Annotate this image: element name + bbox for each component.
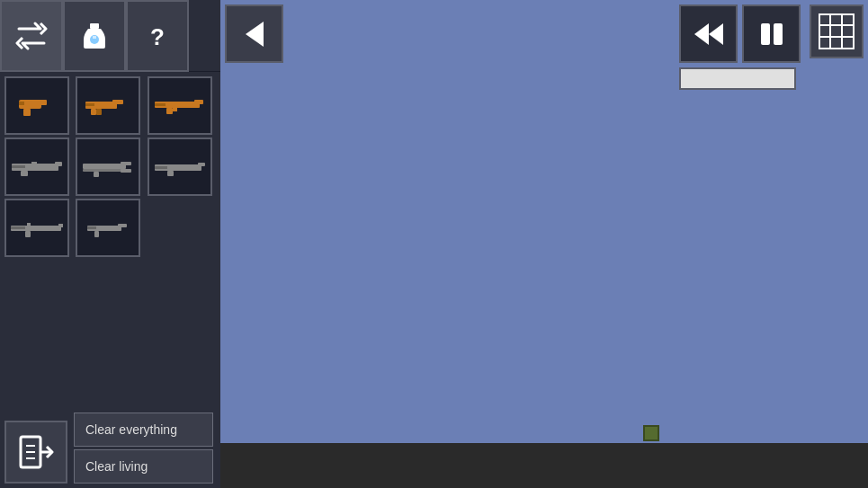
svg-rect-29 bbox=[198, 163, 205, 166]
clear-living-button[interactable]: Clear living bbox=[74, 449, 213, 484]
exit-button[interactable] bbox=[4, 421, 67, 484]
svg-rect-38 bbox=[118, 224, 127, 227]
svg-marker-46 bbox=[246, 22, 264, 47]
swap-button[interactable] bbox=[0, 0, 63, 72]
assault-rifle-icon bbox=[153, 93, 207, 119]
speed-bar-fill bbox=[681, 69, 794, 88]
svg-rect-6 bbox=[23, 109, 31, 116]
smg-icon bbox=[84, 93, 133, 120]
svg-rect-14 bbox=[194, 100, 203, 104]
top-controls-row bbox=[679, 4, 801, 90]
weapon-grid bbox=[0, 72, 220, 416]
svg-rect-0 bbox=[90, 23, 99, 29]
weapon-slot-assault-rifle[interactable] bbox=[148, 76, 212, 135]
help-icon: ? bbox=[141, 20, 174, 52]
svg-rect-24 bbox=[83, 169, 126, 172]
playback-area bbox=[225, 4, 283, 63]
svg-rect-11 bbox=[96, 109, 102, 115]
top-toolbar: ? bbox=[0, 0, 220, 72]
weapon-slot-pistol[interactable] bbox=[4, 76, 69, 135]
svg-rect-39 bbox=[94, 231, 99, 237]
bottle-button[interactable] bbox=[63, 0, 126, 72]
pause-button[interactable] bbox=[742, 4, 801, 63]
weapon-slot-smg2[interactable] bbox=[76, 199, 140, 257]
svg-rect-27 bbox=[94, 172, 99, 177]
ground bbox=[220, 443, 868, 488]
exit-icon bbox=[17, 433, 55, 471]
help-button[interactable]: ? bbox=[126, 0, 189, 72]
svg-rect-15 bbox=[166, 108, 173, 114]
svg-rect-50 bbox=[774, 23, 783, 45]
svg-rect-49 bbox=[761, 23, 770, 45]
svg-rect-17 bbox=[173, 108, 177, 111]
back-icon bbox=[238, 18, 271, 50]
shotgun-icon bbox=[81, 155, 135, 180]
grid-icon bbox=[819, 13, 855, 49]
sidebar: ? bbox=[0, 0, 220, 488]
svg-rect-26 bbox=[121, 169, 131, 173]
clear-menu: Clear everything Clear living bbox=[74, 413, 213, 484]
svg-rect-40 bbox=[87, 226, 96, 229]
svg-rect-21 bbox=[12, 165, 25, 168]
rewind-icon bbox=[691, 16, 727, 52]
svg-marker-48 bbox=[709, 23, 723, 45]
bottle-icon bbox=[78, 20, 111, 52]
sniper-icon bbox=[9, 216, 65, 241]
weapon-slot-smg[interactable] bbox=[76, 76, 140, 135]
svg-marker-47 bbox=[694, 23, 709, 45]
svg-rect-12 bbox=[85, 103, 94, 106]
game-area[interactable] bbox=[220, 0, 868, 488]
swap-icon bbox=[15, 20, 48, 52]
svg-rect-19 bbox=[55, 162, 62, 166]
svg-rect-55 bbox=[819, 14, 854, 49]
grid-toggle-button[interactable] bbox=[810, 4, 864, 58]
svg-rect-33 bbox=[58, 224, 63, 227]
svg-rect-16 bbox=[155, 103, 166, 106]
weapon-slot-shotgun[interactable] bbox=[76, 138, 140, 196]
weapon-slot-rifle2[interactable] bbox=[148, 138, 212, 196]
svg-rect-31 bbox=[155, 166, 167, 169]
svg-rect-5 bbox=[38, 100, 47, 105]
svg-rect-25 bbox=[121, 162, 131, 165]
svg-rect-20 bbox=[21, 171, 28, 176]
svg-rect-7 bbox=[19, 102, 24, 105]
mg-icon bbox=[10, 155, 64, 180]
svg-rect-22 bbox=[31, 162, 37, 164]
smg2-icon bbox=[85, 216, 130, 241]
pause-icon bbox=[754, 16, 790, 52]
svg-rect-9 bbox=[112, 100, 123, 104]
svg-rect-34 bbox=[25, 231, 31, 237]
svg-rect-36 bbox=[27, 223, 31, 226]
clear-everything-button[interactable]: Clear everything bbox=[74, 413, 213, 447]
weapon-slot-mg[interactable] bbox=[4, 138, 69, 196]
svg-rect-35 bbox=[11, 226, 25, 229]
back-button[interactable] bbox=[225, 4, 283, 63]
speed-bar[interactable] bbox=[679, 67, 796, 90]
svg-rect-23 bbox=[83, 164, 126, 169]
ground-object bbox=[643, 425, 659, 441]
svg-rect-2 bbox=[93, 36, 96, 39]
bottom-area: Clear everything Clear living bbox=[0, 416, 220, 488]
pistol-icon bbox=[14, 93, 59, 120]
weapon-slot-sniper[interactable] bbox=[4, 199, 69, 257]
svg-rect-10 bbox=[91, 109, 96, 115]
rifle2-icon bbox=[153, 155, 207, 180]
svg-rect-30 bbox=[167, 171, 174, 176]
svg-text:?: ? bbox=[150, 23, 165, 50]
rewind-button[interactable] bbox=[679, 4, 738, 63]
